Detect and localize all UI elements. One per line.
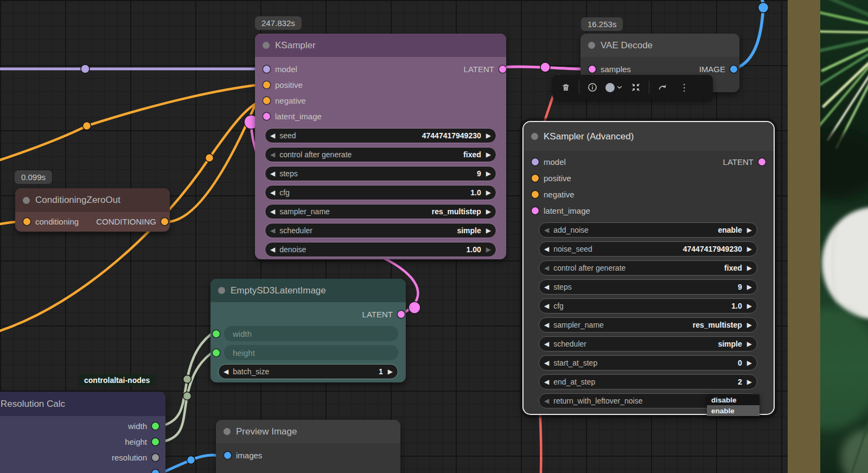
widget-row[interactable]: ◀ sampler_name res_multistep ▶ [265,204,496,219]
node-ksampler-advanced[interactable]: KSampler (Advanced) model positive [522,121,775,415]
widget-row[interactable]: ◀ end_at_step 2 ▶ [539,374,757,389]
info-icon[interactable] [582,79,603,96]
widget-row[interactable]: ◀ scheduler simple ▶ [265,223,496,238]
widget-value: 47447417949230 [683,245,742,253]
widget-row[interactable]: ◀ seed 47447417949230 ▶ [265,128,496,143]
input-slot-dot[interactable] [263,66,270,73]
decrement-arrow-icon[interactable]: ◀ [544,246,549,252]
increment-arrow-icon[interactable]: ▶ [747,227,752,233]
input-slot-dot[interactable] [532,175,539,182]
node-conditioning-zero-out[interactable]: ConditioningZeroOut conditioning CONDITI… [15,188,170,232]
redo-icon[interactable] [652,79,673,96]
widget-row[interactable]: ◀ steps 9 ▶ [265,166,496,181]
widget-row[interactable]: ◀ add_noise enable ▶ [539,222,757,238]
increment-arrow-icon[interactable]: ▶ [747,379,752,385]
decrement-arrow-icon[interactable]: ◀ [544,398,549,404]
increment-arrow-icon[interactable]: ▶ [388,368,393,375]
decrement-arrow-icon[interactable]: ◀ [544,360,549,366]
input-slot-dot[interactable] [224,452,231,459]
collapse-dot-icon[interactable] [218,287,225,294]
output-slot-dot[interactable] [730,66,737,73]
widget-row[interactable]: ◀ cfg 1.0 ▶ [265,185,496,200]
input-slot-dot[interactable] [532,207,539,214]
widget-row[interactable]: ◀ steps 9 ▶ [539,279,757,295]
input-slot-dot[interactable] [589,66,596,73]
input-slot-dot[interactable] [213,330,220,337]
input-slot-dot[interactable] [263,113,270,120]
widget-label: cfg [553,302,564,310]
widget-row[interactable]: ◀ sampler_name res_multistep ▶ [539,317,757,333]
collapse-dot-icon[interactable] [23,197,30,204]
output-slot-dot[interactable] [398,311,405,318]
kebab-menu-icon[interactable]: ⋮ [674,79,694,96]
increment-arrow-icon[interactable]: ▶ [486,170,491,177]
node-preview-image[interactable]: Preview Image images [216,420,400,473]
decrement-arrow-icon[interactable]: ◀ [270,227,275,234]
decrement-arrow-icon[interactable]: ◀ [544,341,549,347]
output-slot-dot[interactable] [152,454,159,461]
output-slot-dot[interactable] [499,66,506,73]
decrement-arrow-icon[interactable]: ◀ [544,322,549,328]
decrement-arrow-icon[interactable]: ◀ [270,151,275,158]
decrement-arrow-icon[interactable]: ◀ [270,132,275,139]
decrement-arrow-icon[interactable]: ◀ [270,189,275,196]
decrement-arrow-icon[interactable]: ◀ [270,208,275,215]
dropdown-option[interactable]: disable [707,394,760,405]
collapse-dot-icon[interactable] [224,428,231,435]
increment-arrow-icon[interactable]: ▶ [486,151,491,158]
widget-row[interactable]: ◀ denoise 1.00 ▶ [265,242,496,257]
decrement-arrow-icon[interactable]: ◀ [270,170,275,177]
widget-row[interactable]: ◀ batch_size 1 ▶ [218,364,398,379]
decrement-arrow-icon[interactable]: ◀ [544,265,549,271]
increment-arrow-icon[interactable]: ▶ [486,132,491,139]
increment-arrow-icon[interactable]: ▶ [747,265,752,271]
increment-arrow-icon[interactable]: ▶ [747,360,752,366]
widget-row[interactable]: ◀ start_at_step 0 ▶ [539,355,757,370]
increment-arrow-icon[interactable]: ▶ [747,322,752,328]
collapse-dot-icon[interactable] [531,133,538,140]
widget-row[interactable]: ◀ control after generate fixed ▶ [265,147,496,162]
output-slot-dot[interactable] [161,218,168,225]
increment-arrow-icon[interactable]: ▶ [747,284,752,290]
node-resolution-calc[interactable]: Resolution Calc width height res [0,392,165,473]
trash-icon[interactable] [556,79,576,96]
number-field[interactable]: width [224,326,398,341]
increment-arrow-icon[interactable]: ▶ [486,246,491,253]
decrement-arrow-icon[interactable]: ◀ [544,227,549,233]
input-slot-dot[interactable] [23,218,30,225]
output-slot-dot[interactable] [152,470,159,473]
increment-arrow-icon[interactable]: ▶ [486,208,491,215]
input-slot: positive [524,170,774,186]
decrement-arrow-icon[interactable]: ◀ [544,284,549,290]
color-swatch[interactable] [604,79,624,96]
preview-photo-strip [820,0,868,473]
input-slot-dot[interactable] [532,158,539,165]
widget-row[interactable]: ◀ scheduler simple ▶ [539,336,757,351]
output-slot-dot[interactable] [152,438,159,445]
dropdown-option[interactable]: enable [707,405,760,416]
collapse-icon[interactable] [626,79,646,96]
increment-arrow-icon[interactable]: ▶ [486,227,491,234]
collapse-dot-icon[interactable] [263,42,270,49]
decrement-arrow-icon[interactable]: ◀ [270,246,275,253]
increment-arrow-icon[interactable]: ▶ [747,341,752,347]
input-slot-dot[interactable] [263,81,270,88]
widget-row[interactable]: ◀ control after generate fixed ▶ [539,260,757,276]
output-slot-dot[interactable] [758,158,765,165]
input-slot-dot[interactable] [532,191,539,198]
input-slot-dot[interactable] [263,97,270,104]
widget-row[interactable]: ◀ noise_seed 47447417949230 ▶ [539,241,757,257]
input-slot-dot[interactable] [213,349,220,356]
widget-row[interactable]: ◀ cfg 1.0 ▶ [539,298,757,314]
output-slot-dot[interactable] [152,423,159,430]
node-empty-sd3-latent-image[interactable]: EmptySD3LatentImage LATENT width [210,279,406,382]
collapse-dot-icon[interactable] [588,42,595,49]
node-ksampler[interactable]: KSampler model positive [255,34,506,259]
increment-arrow-icon[interactable]: ▶ [486,189,491,196]
decrement-arrow-icon[interactable]: ◀ [544,303,549,309]
increment-arrow-icon[interactable]: ▶ [747,303,752,309]
number-field[interactable]: height [224,345,398,360]
increment-arrow-icon[interactable]: ▶ [747,246,752,252]
decrement-arrow-icon[interactable]: ◀ [544,379,549,385]
decrement-arrow-icon[interactable]: ◀ [224,368,228,375]
